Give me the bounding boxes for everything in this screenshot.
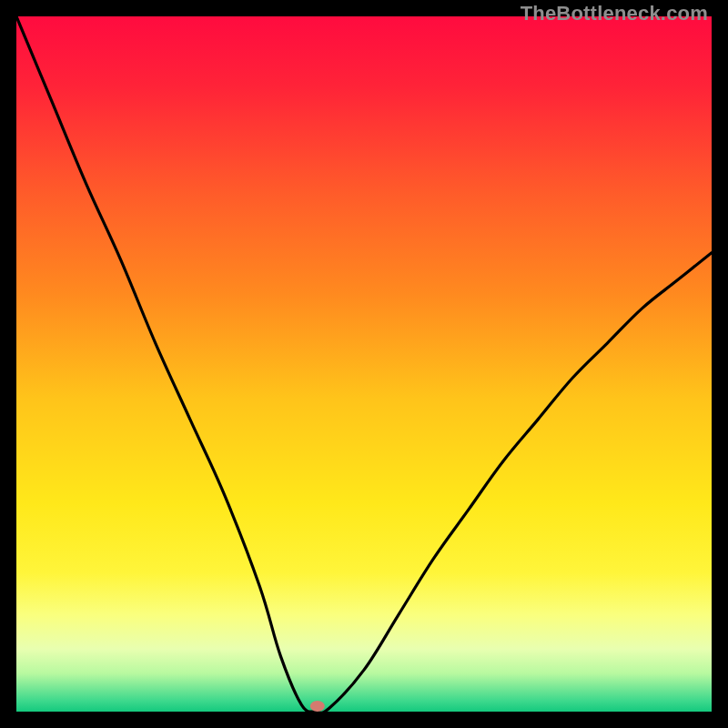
plot-area (16, 16, 712, 712)
chart-frame (16, 16, 712, 712)
optimum-marker (310, 701, 325, 712)
gradient-background (16, 16, 712, 712)
chart-svg (16, 16, 712, 712)
watermark-text: TheBottleneck.com (521, 2, 708, 25)
